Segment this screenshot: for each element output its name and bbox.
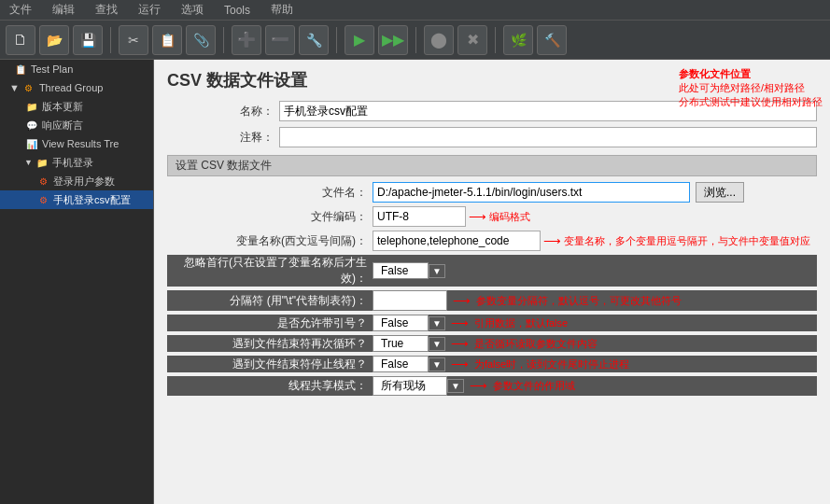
stop-thread-dropdown-arrow[interactable]: ▼	[429, 357, 445, 371]
toolbar-sep-5	[495, 27, 496, 53]
ignore-first-value: False	[373, 262, 429, 279]
menu-tools[interactable]: Tools	[220, 4, 254, 17]
content-area: CSV 数据文件设置 名称： 注释： 参数化文件位置 此处可为绝对路径/相对路径…	[154, 60, 830, 504]
toolbar-sep-3	[336, 27, 337, 53]
allow-quoted-value: False	[373, 315, 429, 331]
ignore-first-row: 忽略首行(只在设置了变量名称后才生效)： False ▼	[167, 255, 817, 287]
varnames-input[interactable]	[373, 231, 541, 251]
browse-button[interactable]: 浏览...	[696, 182, 744, 203]
new-file-btn[interactable]: 🗋	[6, 25, 35, 55]
menu-bar: 文件 编辑 查找 运行 选项 Tools 帮助	[0, 0, 830, 21]
response-icon: 💬	[24, 118, 39, 133]
login-params-icon: ⚙	[35, 174, 50, 189]
varnames-annotation: 变量名称，多个变量用逗号隔开，与文件中变量值对应	[564, 234, 810, 248]
encoding-annotation: 编码格式	[489, 210, 530, 224]
toolbar-sep-1	[110, 27, 111, 53]
encoding-label: 文件编码：	[167, 209, 373, 225]
mobile-login-icon: 📁	[35, 155, 49, 170]
allow-quoted-arrow: ⟶	[451, 316, 469, 330]
sharing-label: 线程共享模式：	[167, 378, 373, 394]
version-update-icon: 📁	[24, 99, 39, 114]
annotation-file-location: 参数化文件位置 此处可为绝对路径/相对路径 分布式测试中建议使用相对路径	[679, 67, 823, 109]
ignore-first-label: 忽略首行(只在设置了变量名称后才生效)：	[167, 255, 373, 287]
annotation-file-path-note: 此处可为绝对路径/相对路径	[679, 81, 823, 95]
stop-btn[interactable]: ⬤	[424, 25, 454, 55]
run-all-btn[interactable]: ▶▶	[378, 25, 408, 55]
comment-input[interactable]	[279, 127, 817, 147]
sidebar-item-thread-group[interactable]: ▼ ⚙ Thread Group	[0, 78, 153, 97]
minus-btn[interactable]: ➖	[265, 25, 295, 55]
sidebar-item-mobile-login[interactable]: ▼ 📁 手机登录	[0, 153, 153, 172]
sidebar-item-version-update[interactable]: 📁 版本更新	[0, 97, 153, 116]
filename-label: 文件名：	[167, 185, 373, 201]
menu-help[interactable]: 帮助	[267, 2, 297, 18]
stop-thread-row: 遇到文件结束符停止线程？ False ▼ ⟶ 为false时，读到文件尾时停止进…	[167, 356, 817, 372]
stop-thread-arrow: ⟶	[451, 357, 469, 371]
recycle-dropdown-arrow[interactable]: ▼	[429, 337, 445, 351]
annotation-distributed-note: 分布式测试中建议使用相对路径	[679, 95, 823, 109]
paste-btn[interactable]: 📎	[186, 25, 216, 55]
sidebar-label-mobile-csv: 手机登录csv配置	[53, 193, 131, 207]
sidebar-label-response: 响应断言	[42, 119, 83, 133]
comment-label: 注释：	[167, 130, 279, 146]
copy-btn[interactable]: 📋	[152, 25, 182, 55]
toolbar-sep-4	[415, 27, 416, 53]
sidebar-label-view-results: View Results Tre	[42, 138, 119, 149]
varnames-row: 变量名称(西文逗号间隔)： ⟶ 变量名称，多个变量用逗号隔开，与文件中变量值对应	[167, 231, 817, 251]
delimiter-label: 分隔符 (用"\t"代替制表符)：	[167, 293, 373, 309]
annotation-file-loc-text: 参数化文件位置	[679, 67, 823, 81]
filename-row: 文件名： 浏览...	[167, 182, 817, 203]
stop-all-btn[interactable]: ✖	[457, 25, 487, 55]
add-btn[interactable]: ➕	[232, 25, 261, 55]
sidebar-label-login-params: 登录用户参数	[53, 175, 115, 189]
sharing-annotation: 参数文件的作用域	[493, 379, 575, 393]
report-btn[interactable]: 🌿	[503, 25, 533, 55]
stop-thread-label: 遇到文件结束符停止线程？	[167, 357, 373, 372]
chevron-down-icon: ▼	[9, 82, 20, 93]
recycle-label: 遇到文件结束符再次循环？	[167, 336, 373, 352]
recycle-annotation: 是否循环读取参数文件内容	[474, 337, 598, 351]
open-file-btn[interactable]: 📂	[39, 25, 69, 55]
menu-options[interactable]: 选项	[177, 2, 207, 18]
thread-group-icon: ⚙	[21, 80, 36, 95]
toolbar-sep-2	[223, 27, 224, 53]
encoding-input[interactable]	[373, 206, 466, 227]
toolbar: 🗋 📂 💾 ✂ 📋 📎 ➕ ➖ 🔧 ▶ ▶▶ ⬤ ✖ 🌿 🔨	[0, 21, 830, 60]
view-results-icon: 📊	[24, 136, 39, 151]
delimiter-arrow: ⟶	[453, 294, 471, 308]
sharing-value: 所有现场	[373, 376, 447, 396]
sharing-dropdown-arrow[interactable]: ▼	[447, 379, 464, 393]
sharing-row: 线程共享模式： 所有现场 ▼ ⟶ 参数文件的作用域	[167, 376, 817, 396]
encoding-row: 文件编码： ⟶ 编码格式	[167, 206, 817, 227]
cut-btn[interactable]: ✂	[119, 25, 148, 55]
menu-run[interactable]: 运行	[134, 2, 164, 18]
recycle-row: 遇到文件结束符再次循环？ True ▼ ⟶ 是否循环读取参数文件内容	[167, 335, 817, 352]
sidebar-item-response-assertion[interactable]: 💬 响应断言	[0, 116, 153, 134]
sidebar-item-login-user-params[interactable]: ⚙ 登录用户参数	[0, 172, 153, 190]
clear-btn[interactable]: 🔧	[299, 25, 329, 55]
settings-btn[interactable]: 🔨	[537, 25, 567, 55]
delimiter-input[interactable]	[373, 290, 447, 311]
menu-edit[interactable]: 编辑	[49, 2, 78, 18]
ignore-first-dropdown-arrow[interactable]: ▼	[429, 264, 445, 278]
filename-input[interactable]	[373, 182, 690, 203]
sidebar-item-test-plan[interactable]: 📋 Test Plan	[0, 60, 153, 78]
menu-file[interactable]: 文件	[6, 2, 35, 18]
delimiter-annotation: 参数变量分隔符，默认逗号，可更改其他符号	[476, 294, 682, 308]
name-label: 名称：	[167, 104, 279, 119]
chevron-right-icon: ▼	[24, 158, 33, 167]
stop-thread-annotation: 为false时，读到文件尾时停止进程	[474, 357, 629, 371]
allow-quoted-dropdown-arrow[interactable]: ▼	[429, 316, 445, 330]
save-btn[interactable]: 💾	[73, 25, 103, 55]
sidebar-item-mobile-csv[interactable]: ⚙ 手机登录csv配置	[0, 190, 153, 209]
main-layout: 📋 Test Plan ▼ ⚙ Thread Group 📁 版本更新 💬 响应…	[0, 60, 830, 504]
comment-row: 注释：	[167, 127, 817, 147]
varnames-arrow: ⟶	[543, 234, 561, 248]
section-header: 设置 CSV 数据文件	[167, 155, 817, 176]
run-btn[interactable]: ▶	[345, 25, 374, 55]
menu-find[interactable]: 查找	[91, 2, 121, 18]
encoding-arrow: ⟶	[469, 210, 486, 224]
test-plan-icon: 📋	[13, 62, 28, 77]
allow-quoted-label: 是否允许带引号？	[167, 315, 373, 331]
sidebar-item-view-results[interactable]: 📊 View Results Tre	[0, 134, 153, 153]
